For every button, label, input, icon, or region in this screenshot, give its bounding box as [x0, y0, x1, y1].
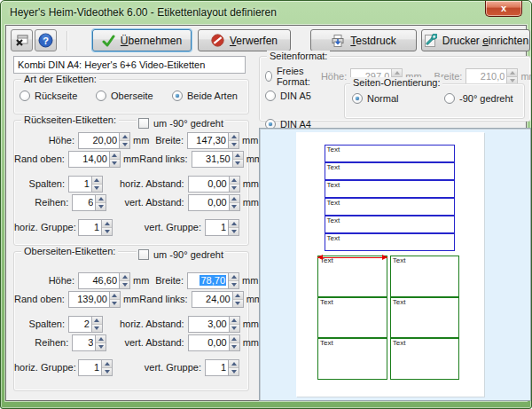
help-button[interactable]: ? — [35, 29, 57, 51]
field-label: vert. Gruppe: — [132, 362, 205, 373]
radio-din-a5[interactable]: DIN A5 — [265, 87, 311, 105]
spinner-buttons[interactable] — [95, 195, 106, 210]
back-rand-links-input[interactable] — [192, 152, 232, 167]
back-horiz-gruppe-spinner[interactable] — [78, 219, 113, 236]
radio-icon[interactable] — [265, 90, 276, 101]
spinner-buttons[interactable] — [232, 152, 243, 167]
back-reihen-spinner[interactable] — [72, 194, 106, 211]
app-window: Heyer's Heim-Videothek 6.00 - Etikettenl… — [0, 0, 532, 409]
spinner-buttons[interactable] — [229, 177, 239, 192]
preview-box-label: Text — [327, 181, 340, 189]
spinner-buttons[interactable] — [229, 317, 239, 332]
titlebar[interactable]: Heyer's Heim-Videothek 6.00 - Etikettenl… — [1, 1, 531, 25]
back-breite-input[interactable] — [188, 133, 228, 148]
top-horiz-abstand-input[interactable] — [189, 317, 229, 332]
spinner-buttons[interactable] — [119, 133, 129, 148]
top-rand-oben-input[interactable] — [69, 292, 109, 307]
spinner-buttons[interactable] — [109, 152, 120, 167]
spinner-buttons[interactable] — [95, 335, 106, 350]
spinner-buttons[interactable] — [229, 335, 239, 350]
apply-button[interactable]: Übernehmen — [92, 29, 192, 51]
field-label: vert. Abstand: — [124, 197, 187, 208]
printer-icon — [331, 34, 345, 48]
spinner-buttons[interactable] — [232, 292, 243, 307]
radio-label: Oberseite — [111, 90, 153, 101]
back-hoehe-spinner[interactable] — [78, 132, 130, 149]
spinner-buttons[interactable] — [228, 220, 239, 235]
top-breite-spinner[interactable]: 78,70 — [187, 272, 239, 289]
spinner-buttons[interactable] — [91, 177, 102, 192]
discard-button[interactable]: Verwerfen — [198, 29, 291, 51]
field-label: Breite: — [150, 135, 187, 146]
spinner-buttons[interactable] — [101, 220, 112, 235]
preview-box-label: Text — [393, 339, 406, 347]
top-vert-gruppe-input[interactable] — [206, 360, 228, 375]
top-horiz-gruppe-input[interactable] — [79, 360, 101, 375]
spinner-buttons[interactable] — [109, 292, 120, 307]
radio-beide-arten[interactable]: Beide Arten — [172, 90, 238, 101]
top-reihen-input[interactable] — [73, 335, 95, 350]
top-reihen-spinner[interactable] — [72, 334, 106, 351]
spinner-buttons[interactable] — [228, 273, 239, 288]
printer-setup-label: Drucker einrichten — [442, 35, 528, 47]
back-vert-abstand-input[interactable] — [189, 195, 229, 210]
back-rand-oben-input[interactable] — [69, 152, 109, 167]
back-hoehe-input[interactable] — [79, 133, 119, 148]
top-horiz-gruppe-spinner[interactable] — [78, 359, 113, 376]
top-rotate-checkbox[interactable]: um -90° gedreht — [137, 249, 225, 260]
radio-icon[interactable] — [265, 71, 272, 82]
radio-icon[interactable] — [172, 90, 183, 101]
radio-orientation-normal[interactable]: Normal — [352, 93, 444, 104]
top-rand-oben-spinner[interactable] — [68, 291, 121, 308]
toolbar: ? Übernehmen Verwer — [6, 28, 526, 53]
top-rand-links-spinner[interactable] — [192, 291, 244, 308]
close-button[interactable]: x — [485, 1, 522, 17]
back-horiz-abstand-spinner[interactable] — [188, 176, 240, 193]
top-hoehe-input[interactable] — [79, 273, 119, 288]
top-hoehe-spinner[interactable] — [78, 272, 130, 289]
spinner-buttons[interactable] — [228, 360, 239, 375]
top-rand-links-input[interactable] — [192, 292, 232, 307]
back-rotate-checkbox[interactable]: um -90° gedreht — [137, 118, 225, 129]
spinner-buttons[interactable] — [229, 195, 239, 210]
top-spalten-input[interactable] — [69, 317, 91, 332]
back-breite-spinner[interactable] — [187, 132, 239, 149]
back-horiz-gruppe-input[interactable] — [79, 220, 101, 235]
radio-rueckseite[interactable]: Rückseite — [20, 90, 96, 101]
spinner-buttons[interactable] — [91, 317, 102, 332]
radio-orientation-rotated[interactable]: -90° gedreht — [444, 93, 513, 104]
back-rand-links-spinner[interactable] — [192, 151, 244, 168]
back-vert-abstand-spinner[interactable] — [188, 194, 240, 211]
back-rand-oben-spinner[interactable] — [68, 151, 121, 168]
top-vert-gruppe-spinner[interactable] — [205, 359, 239, 376]
testprint-button[interactable]: Testdruck — [310, 29, 417, 51]
radio-freies-format[interactable]: Freies Format: — [265, 66, 314, 87]
back-reihen-input[interactable] — [73, 195, 95, 210]
back-vert-gruppe-input[interactable] — [206, 220, 228, 235]
spinner-buttons[interactable] — [101, 360, 112, 375]
back-spalten-spinner[interactable] — [68, 176, 103, 193]
top-vert-abstand-spinner[interactable] — [188, 334, 240, 351]
spinner-buttons[interactable] — [119, 273, 129, 288]
back-vert-gruppe-spinner[interactable] — [205, 219, 239, 236]
back-horiz-abstand-input[interactable] — [189, 177, 229, 192]
radio-icon[interactable] — [444, 93, 455, 104]
top-vert-abstand-input[interactable] — [189, 335, 229, 350]
checkbox-icon[interactable] — [138, 249, 149, 260]
radio-oberseite[interactable]: Oberseite — [96, 90, 172, 101]
radio-icon[interactable] — [352, 93, 363, 104]
radio-label: Beide Arten — [187, 90, 238, 101]
top-horiz-abstand-spinner[interactable] — [188, 316, 240, 333]
radio-icon[interactable] — [20, 90, 30, 101]
top-breite-input[interactable]: 78,70 — [188, 273, 228, 288]
spinner-buttons[interactable] — [228, 133, 239, 148]
radio-icon[interactable] — [96, 90, 106, 101]
back-spalten-input[interactable] — [69, 177, 91, 192]
close-window-button[interactable] — [11, 29, 33, 51]
checkbox-icon[interactable] — [138, 118, 149, 129]
top-spalten-spinner[interactable] — [68, 316, 103, 333]
printer-setup-button[interactable]: Drucker einrichten — [421, 29, 530, 51]
layout-name-input[interactable] — [13, 56, 246, 74]
orientation-group: Seiten-Orientierung: Normal -90° gedreht — [344, 83, 525, 119]
back-labels-caption: Rückseiten-Etiketten: — [21, 114, 119, 125]
